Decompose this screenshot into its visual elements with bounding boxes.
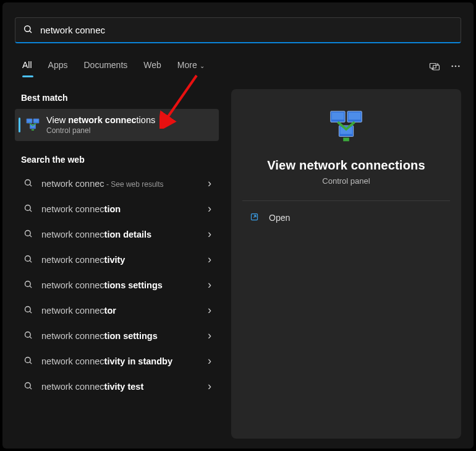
web-result-item[interactable]: network connection details› (15, 221, 219, 247)
search-icon (23, 24, 33, 37)
web-result-item[interactable]: network connection settings› (15, 323, 219, 348)
chevron-right-icon: › (208, 304, 211, 317)
svg-line-23 (30, 286, 32, 288)
results-column: Best match (15, 89, 219, 439)
web-result-item[interactable]: network connections settings› (15, 272, 219, 298)
svg-rect-33 (332, 113, 344, 120)
svg-point-0 (25, 25, 30, 31)
svg-point-14 (25, 179, 31, 185)
svg-point-22 (25, 281, 31, 286)
search-icon (23, 280, 33, 291)
svg-line-27 (30, 337, 32, 338)
open-icon (250, 212, 259, 223)
preview-title: View network connections (267, 158, 425, 173)
web-result-item[interactable]: network connectivity test› (15, 374, 219, 399)
svg-point-20 (25, 256, 31, 261)
svg-line-17 (30, 210, 32, 212)
web-result-text: network connectivity (41, 255, 208, 265)
tab-documents[interactable]: Documents (76, 56, 135, 76)
tab-more[interactable]: More⌄ (170, 56, 212, 76)
search-icon (23, 381, 33, 392)
tabs-row: All Apps Documents Web More⌄ (2, 48, 474, 78)
preview-pane: View network connections Control panel O… (231, 89, 461, 439)
web-result-text: network connector (41, 306, 208, 316)
selection-indicator (19, 118, 20, 132)
web-result-text: network connectivity in standby (41, 356, 208, 366)
svg-point-6 (458, 66, 460, 67)
tab-all[interactable]: All (15, 56, 40, 76)
chevron-right-icon: › (208, 329, 211, 342)
svg-point-5 (455, 66, 457, 67)
best-match-title: View network connections (46, 115, 155, 125)
svg-rect-8 (27, 119, 32, 122)
network-connections-icon (25, 118, 40, 132)
web-result-text: network connection details (41, 230, 208, 239)
more-options-icon[interactable] (450, 61, 461, 72)
search-icon (23, 204, 33, 215)
web-result-item[interactable]: network connec - See web results› (15, 171, 219, 196)
svg-line-19 (30, 235, 32, 237)
web-result-item[interactable]: network connectivity› (15, 247, 219, 272)
svg-point-24 (25, 306, 31, 312)
search-box[interactable] (15, 17, 461, 43)
chevron-right-icon: › (208, 177, 211, 190)
tab-apps[interactable]: Apps (41, 56, 75, 76)
search-wrap (2, 2, 474, 48)
svg-rect-10 (34, 119, 38, 122)
web-result-text: network connectivity test (41, 382, 208, 392)
svg-line-15 (30, 184, 32, 186)
preview-network-icon (327, 109, 365, 150)
svg-line-1 (30, 30, 32, 32)
tabs: All Apps Documents Web More⌄ (15, 56, 212, 76)
web-result-item[interactable]: network connectivity in standby› (15, 348, 219, 374)
svg-point-30 (25, 382, 31, 388)
open-action[interactable]: Open (242, 206, 450, 230)
web-result-item[interactable]: network connection› (15, 196, 219, 221)
svg-rect-38 (343, 138, 349, 142)
preview-subtitle: Control panel (322, 176, 370, 186)
chevron-down-icon: ⌄ (200, 62, 205, 69)
svg-point-28 (25, 357, 31, 363)
search-icon (23, 330, 33, 341)
search-icon (23, 305, 33, 316)
svg-point-18 (25, 230, 31, 236)
tab-web[interactable]: Web (136, 56, 169, 76)
web-result-text: network connection (41, 204, 208, 214)
chevron-right-icon: › (208, 253, 211, 266)
start-menu-panel: All Apps Documents Web More⌄ B (2, 2, 474, 449)
svg-line-29 (30, 362, 32, 364)
search-icon (23, 254, 33, 265)
divider (242, 200, 450, 201)
web-result-text: network connections settings (41, 280, 208, 290)
svg-rect-35 (349, 113, 360, 120)
chevron-right-icon: › (208, 202, 211, 215)
open-label: Open (269, 213, 290, 223)
search-icon (23, 229, 33, 240)
best-match-label: Best match (15, 89, 219, 109)
chevron-right-icon: › (208, 228, 211, 241)
search-input[interactable] (40, 25, 453, 35)
svg-line-31 (30, 387, 32, 389)
chevron-right-icon: › (208, 380, 211, 393)
best-match-subtitle: Control panel (46, 126, 155, 135)
search-icon (23, 178, 33, 189)
web-result-text: network connec - See web results (41, 179, 208, 189)
chevron-right-icon: › (208, 278, 211, 291)
chevron-right-icon: › (208, 354, 211, 367)
svg-point-26 (25, 332, 31, 337)
search-icon (23, 356, 33, 367)
header-actions (429, 61, 461, 72)
web-results-list: network connec - See web results›network… (15, 171, 219, 399)
svg-line-25 (30, 311, 32, 313)
svg-line-21 (30, 260, 32, 262)
web-result-item[interactable]: network connector› (15, 298, 219, 323)
svg-point-16 (25, 205, 31, 210)
search-web-label: Search the web (15, 151, 219, 171)
change-pc-icon[interactable] (429, 61, 440, 72)
svg-rect-13 (32, 129, 34, 131)
svg-point-4 (451, 66, 453, 67)
best-match-item[interactable]: View network connections Control panel (15, 109, 219, 141)
web-result-text: network connection settings (41, 331, 208, 341)
